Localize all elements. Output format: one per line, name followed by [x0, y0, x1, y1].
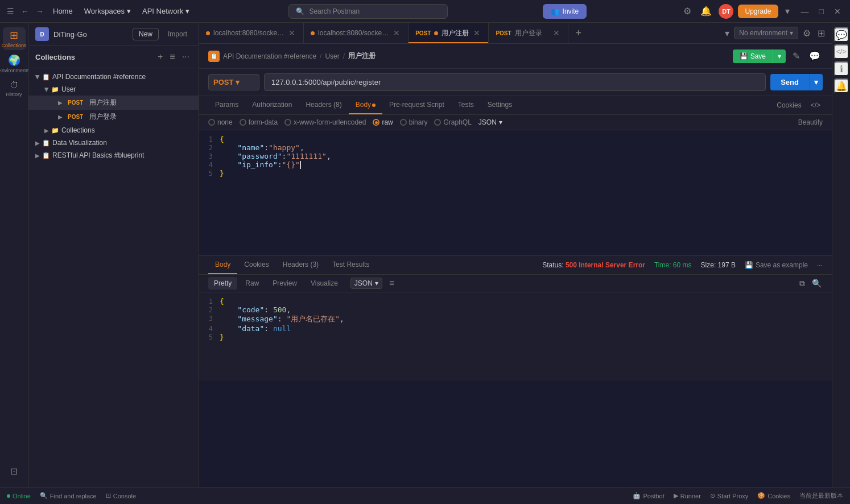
cookies-button[interactable]: Cookies: [774, 99, 803, 111]
avatar[interactable]: DT: [719, 4, 733, 19]
resp-tab-test-results[interactable]: Test Results: [325, 256, 376, 274]
minimize-button[interactable]: —: [797, 6, 814, 17]
url-input[interactable]: [264, 73, 766, 91]
send-button-main[interactable]: Send: [770, 74, 809, 90]
layout-icon[interactable]: ⊞: [815, 26, 827, 41]
forward-button[interactable]: →: [34, 5, 46, 18]
import-button[interactable]: Import: [163, 28, 192, 40]
search-bar[interactable]: 🔍 Search Postman: [288, 4, 448, 19]
tab-2[interactable]: localhost:8080/socke… ✕: [304, 23, 409, 43]
tree-item-login[interactable]: ▶ POST 用户登录: [28, 110, 199, 124]
save-button-main[interactable]: 💾 Save: [733, 49, 773, 63]
add-collection-button[interactable]: +: [155, 51, 165, 63]
resp-tab-cookies[interactable]: Cookies: [237, 256, 275, 274]
tab-close-1[interactable]: ✕: [287, 28, 296, 38]
tab-register[interactable]: POST 用户注册 ✕: [409, 23, 489, 43]
method-selector[interactable]: POST ▾: [208, 74, 259, 90]
console-button[interactable]: ⊡ Console: [106, 492, 136, 499]
resp-content-tab-pretty[interactable]: Pretty: [208, 277, 237, 290]
option-none[interactable]: none: [208, 118, 233, 126]
resp-tab-headers[interactable]: Headers (3): [276, 256, 325, 274]
edit-icon[interactable]: ✎: [790, 48, 802, 64]
save-button[interactable]: 💾 Save ▾: [733, 49, 786, 63]
beautify-button[interactable]: Beautify: [798, 118, 823, 126]
option-form-data[interactable]: form-data: [240, 118, 278, 126]
close-button[interactable]: ✕: [830, 6, 845, 17]
menu-button[interactable]: ☰: [5, 5, 16, 18]
postbot-button[interactable]: 🤖 Postbot: [633, 492, 664, 499]
tab-headers[interactable]: Headers (8): [299, 96, 348, 114]
back-button[interactable]: ←: [19, 5, 31, 18]
save-example-button[interactable]: 💾 Save as example: [745, 261, 808, 269]
tree-item-user[interactable]: ▶ 📁 User: [28, 83, 199, 96]
workspaces-menu[interactable]: Workspaces ▾: [80, 5, 135, 18]
tab-body[interactable]: Body: [349, 96, 382, 114]
tree-item-collections[interactable]: ▶ 📁 Collections: [28, 124, 199, 137]
tree-item-register[interactable]: ▶ POST 用户注册: [28, 96, 199, 110]
api-network-menu[interactable]: API Network ▾: [138, 5, 194, 18]
send-dropdown-button[interactable]: ▾: [809, 74, 823, 90]
tab-1[interactable]: localhost:8080/socke… ✕: [199, 23, 304, 43]
home-link[interactable]: Home: [48, 5, 77, 18]
comment-icon[interactable]: 💬: [807, 48, 823, 64]
breadcrumb-item-api-doc[interactable]: API Documentation #reference: [223, 52, 316, 60]
json-format-selector[interactable]: JSON ▾: [478, 118, 502, 126]
breadcrumb-item-user[interactable]: User: [325, 52, 339, 60]
more-options-icon[interactable]: ···: [180, 51, 192, 63]
sidebar-item-collections[interactable]: ⊞ Collections: [3, 27, 26, 50]
invite-button[interactable]: 👥 Invite: [543, 4, 587, 19]
environment-selector[interactable]: No environment ▾: [734, 27, 798, 39]
resp-format-selector[interactable]: JSON ▾: [350, 278, 382, 289]
maximize-button[interactable]: □: [815, 6, 828, 17]
bell-icon[interactable]: 🔔: [698, 3, 714, 19]
tab-authorization[interactable]: Authorization: [245, 96, 299, 114]
request-body-editor[interactable]: 1 { 2 "name":"happy", 3 "password":"1111…: [199, 130, 832, 255]
tree-item-restful[interactable]: ▶ 📋 RESTful API Basics #blueprint: [28, 149, 199, 162]
resp-content-tab-preview[interactable]: Preview: [267, 277, 303, 290]
sidebar-item-history[interactable]: ⏱ History: [3, 77, 26, 100]
right-sidebar-bell-button[interactable]: 🔔: [834, 79, 849, 93]
code-icon[interactable]: </>: [808, 99, 823, 111]
search-response-button[interactable]: 🔍: [811, 278, 823, 290]
save-dropdown-button[interactable]: ▾: [773, 49, 786, 63]
option-binary[interactable]: binary: [400, 118, 428, 126]
sort-icon[interactable]: ≡: [167, 51, 177, 63]
tab-tests[interactable]: Tests: [451, 96, 481, 114]
right-sidebar-code-button[interactable]: </>: [834, 44, 849, 59]
right-sidebar-comments-button[interactable]: 💬: [834, 27, 849, 42]
sidebar-item-flows[interactable]: ⊡: [3, 460, 26, 482]
sidebar-item-environments[interactable]: 🌍 Environments: [3, 52, 26, 75]
online-status[interactable]: Online: [7, 493, 31, 499]
add-tab-button[interactable]: +: [568, 27, 588, 39]
right-sidebar-info-button[interactable]: ℹ: [834, 61, 849, 76]
tab-close-2[interactable]: ✕: [392, 28, 401, 38]
resp-content-tab-raw[interactable]: Raw: [240, 277, 265, 290]
tab-close-login[interactable]: ✕: [552, 28, 561, 38]
cookies-status-button[interactable]: 🍪 Cookies: [757, 492, 790, 499]
settings-icon[interactable]: ⚙: [681, 3, 694, 19]
option-urlencoded[interactable]: x-www-form-urlencoded: [284, 118, 366, 126]
tab-params[interactable]: Params: [208, 96, 245, 114]
resp-filter-icon[interactable]: ≡: [385, 277, 399, 290]
option-raw[interactable]: raw: [373, 118, 393, 126]
send-button[interactable]: Send ▾: [770, 74, 823, 90]
upgrade-button[interactable]: Upgrade: [738, 5, 778, 18]
tab-settings[interactable]: Settings: [481, 96, 519, 114]
option-graphql[interactable]: GraphQL: [434, 118, 471, 126]
new-button[interactable]: New: [133, 28, 159, 40]
tab-close-register[interactable]: ✕: [472, 28, 481, 38]
tab-pre-request[interactable]: Pre-request Script: [382, 96, 451, 114]
resp-content-tab-visualize[interactable]: Visualize: [305, 277, 344, 290]
env-settings-icon[interactable]: ⚙: [801, 26, 813, 41]
runner-button[interactable]: ▶ Runner: [674, 492, 701, 499]
copy-response-button[interactable]: ⧉: [798, 278, 806, 290]
tab-chevron-down-icon[interactable]: ▾: [723, 26, 732, 41]
chevron-down-icon[interactable]: ▾: [783, 3, 792, 19]
tree-item-api-doc[interactable]: ▶ 📋 API Documentation #reference: [28, 71, 199, 83]
tree-item-data-vis[interactable]: ▶ 📋 Data Visualization: [28, 137, 199, 149]
tab-login[interactable]: POST 用户登录 ✕: [489, 23, 568, 43]
response-more-options[interactable]: ···: [817, 261, 823, 269]
start-proxy-button[interactable]: ⊙ Start Proxy: [710, 492, 748, 499]
resp-tab-body[interactable]: Body: [208, 256, 237, 274]
find-replace-button[interactable]: 🔍 Find and replace: [40, 492, 97, 499]
